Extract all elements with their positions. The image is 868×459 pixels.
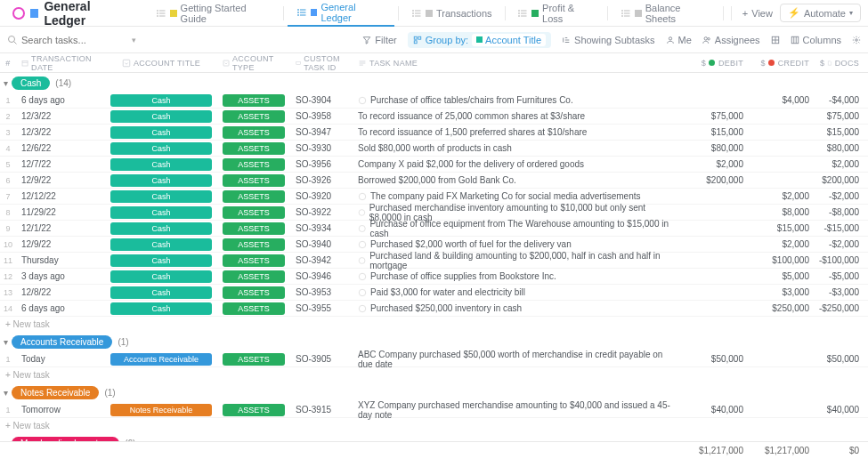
type-pill: ASSETS [223, 206, 285, 219]
settings-button[interactable] [852, 36, 861, 44]
cell-type: ASSETS [217, 110, 290, 123]
groupby-button[interactable]: Group by: Account Title [408, 32, 551, 48]
header-date[interactable]: TRANSACTION DATE [16, 54, 105, 72]
group-header[interactable]: ▾ Cash (14) [0, 73, 868, 93]
assignees-button[interactable]: Assignees [702, 35, 760, 45]
show-button[interactable] [771, 36, 780, 44]
table-row[interactable]: 4 12/6/22 Cash ASSETS SO-3930 Sold $80,0… [0, 141, 868, 157]
cell-type: ASSETS [217, 206, 290, 219]
cell-docs: -$4,000 [815, 95, 868, 105]
tab-color-icon [311, 9, 318, 16]
chevron-down-icon[interactable]: ▾ [4, 388, 8, 398]
tab-getting-started-guide[interactable]: Getting Started Guide [147, 0, 280, 27]
filter-button[interactable]: Filter [362, 35, 396, 45]
cell-custom-id: SO-3905 [290, 354, 353, 364]
cell-num: 7 [0, 192, 16, 201]
subtasks-button[interactable]: Showing Subtasks [562, 35, 655, 45]
footer-credit: $1,217,000 [749, 446, 815, 455]
tab-transactions[interactable]: Transactions [402, 0, 501, 27]
header-num[interactable]: # [0, 59, 16, 68]
table-row[interactable]: 1 Tomorrow Notes Receivable ASSETS SO-39… [0, 402, 868, 418]
tab-balance-sheets[interactable]: Balance Sheets [612, 0, 719, 27]
cell-type: ASSETS [217, 126, 290, 139]
cell-debit: $200,000 [677, 175, 749, 185]
columns-button[interactable]: Columns [791, 35, 841, 45]
cell-account: Accounts Receivable [105, 353, 217, 366]
table-row[interactable]: 11 Thursday Cash ASSETS SO-3942 Purchase… [0, 253, 868, 269]
svg-point-45 [856, 38, 858, 41]
subtask-icon [562, 36, 571, 44]
cell-date: 12/8/22 [16, 287, 105, 297]
account-pill: Cash [110, 206, 212, 219]
account-pill: Cash [110, 254, 212, 267]
account-pill: Cash [110, 302, 212, 315]
cell-custom-id: SO-3946 [290, 271, 353, 281]
table-row[interactable]: 12 3 days ago Cash ASSETS SO-3946 Purcha… [0, 269, 868, 285]
header-custom-id[interactable]: CUSTOM TASK ID [290, 54, 353, 72]
search-dropdown-icon[interactable]: ▾ [132, 36, 136, 44]
tab-label: Balance Sheets [645, 3, 710, 24]
cell-num: 11 [0, 256, 16, 265]
groupby-chip[interactable]: Account Title [472, 34, 546, 46]
cell-docs: -$5,000 [815, 271, 868, 281]
svg-point-36 [669, 36, 671, 39]
automate-button[interactable]: ⚡ Automate ▾ [780, 4, 861, 22]
cell-date: 3 days ago [16, 271, 105, 281]
table-row[interactable]: 13 12/8/22 Cash ASSETS SO-3953 Paid $3,0… [0, 285, 868, 301]
svg-rect-50 [296, 61, 301, 64]
chevron-down-icon[interactable]: ▾ [4, 78, 8, 88]
search-input[interactable] [21, 35, 110, 45]
cell-date: 12/1/22 [16, 223, 105, 233]
me-button[interactable]: Me [666, 35, 692, 45]
table-row[interactable]: 14 6 days ago Cash ASSETS SO-3955 Purcha… [0, 301, 868, 317]
cell-type: ASSETS [217, 254, 290, 267]
header-debit[interactable]: $ DEBIT [677, 59, 749, 68]
type-pill: ASSETS [223, 353, 285, 366]
header-credit[interactable]: $ CREDIT [749, 59, 815, 68]
header-docs[interactable]: $ DOCS [815, 59, 868, 68]
table-row[interactable]: 9 12/1/22 Cash ASSETS SO-3934 Purchase o… [0, 221, 868, 237]
cell-task: XYZ Company purchased merchandise amount… [353, 400, 677, 420]
add-view-button[interactable]: + View [735, 8, 780, 19]
table-row[interactable]: 2 12/3/22 Cash ASSETS SO-3958 To record … [0, 109, 868, 125]
cell-date: 12/3/22 [16, 127, 105, 137]
new-task-button[interactable]: + New task [0, 418, 868, 433]
table-row[interactable]: 6 12/9/22 Cash ASSETS SO-3926 Borrowed $… [0, 173, 868, 189]
svg-line-31 [14, 41, 17, 44]
table-row[interactable]: 3 12/3/22 Cash ASSETS SO-3947 To record … [0, 125, 868, 141]
header-task-name[interactable]: TASK NAME [353, 59, 677, 68]
cell-account: Cash [105, 190, 217, 203]
cell-num: 1 [0, 96, 16, 105]
cell-account: Cash [105, 94, 217, 107]
cell-type: ASSETS [217, 142, 290, 155]
task-text: Purchased $2,000 worth of fuel for the d… [370, 239, 572, 249]
cell-num: 13 [0, 288, 16, 297]
svg-rect-42 [791, 36, 799, 44]
view-tabs: Getting Started Guide General Ledger Tra… [147, 0, 727, 27]
table-row[interactable]: 1 6 days ago Cash ASSETS SO-3904 Purchas… [0, 93, 868, 109]
header-account-title[interactable]: ACCOUNT TITLE [105, 59, 217, 68]
task-icon [358, 192, 367, 201]
cell-task: To record issuance of 25,000 common shar… [353, 111, 677, 121]
tab-general-ledger[interactable]: General Ledger [288, 0, 394, 27]
new-task-button[interactable]: + New task [0, 317, 868, 332]
svg-rect-33 [414, 36, 417, 39]
header-account-type[interactable]: ACCOUNT TYPE [217, 54, 290, 72]
divider [398, 6, 399, 20]
table-row[interactable]: 5 12/7/22 Cash ASSETS SO-3956 Company X … [0, 157, 868, 173]
cell-type: ASSETS [217, 158, 290, 171]
tab-profit-loss[interactable]: Profit & Loss [508, 0, 604, 27]
chevron-down-icon[interactable]: ▾ [4, 337, 8, 347]
add-view-label: View [751, 8, 773, 19]
svg-point-22 [519, 12, 520, 13]
cell-credit: $4,000 [749, 95, 815, 105]
svg-point-58 [359, 241, 366, 248]
divider [723, 6, 724, 20]
table-row[interactable]: 1 Today Accounts Receivable ASSETS SO-39… [0, 351, 868, 367]
cell-task: Purchase of office supplies from Booksto… [353, 271, 677, 281]
new-task-button[interactable]: + New task [0, 367, 868, 382]
cell-date: 12/9/22 [16, 239, 105, 249]
svg-point-16 [412, 12, 413, 13]
type-pill: ASSETS [223, 254, 285, 267]
groupby-label: Group by: [426, 35, 468, 45]
